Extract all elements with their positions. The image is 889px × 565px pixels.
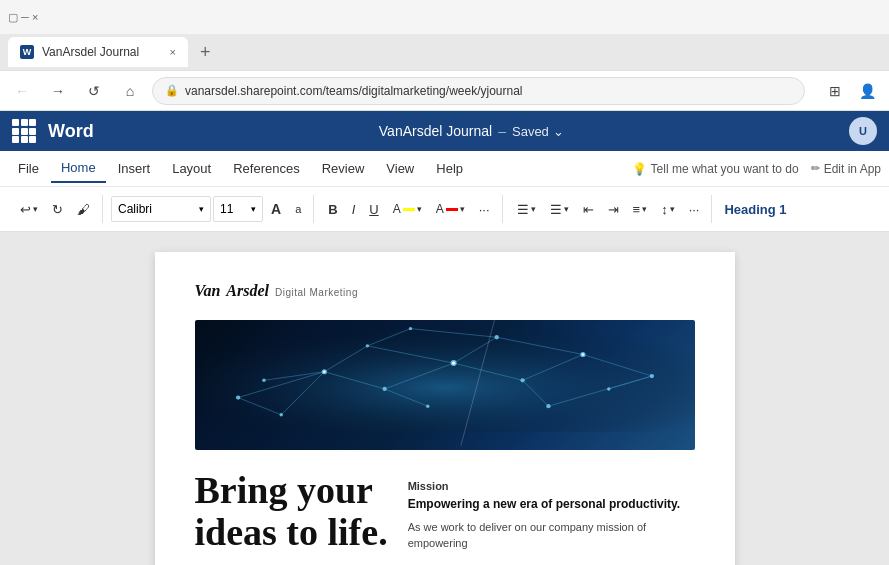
font-size-value: 11: [220, 202, 233, 216]
line-spacing-btn[interactable]: ↕ ▾: [655, 195, 681, 223]
font-size-selector[interactable]: 11 ▾: [213, 196, 263, 222]
italic-btn[interactable]: I: [346, 195, 362, 223]
browser-forward-btn[interactable]: →: [44, 77, 72, 105]
svg-point-20: [235, 395, 239, 399]
browser-tab-label: VanArsdel Journal: [42, 45, 139, 59]
office-doc-title-text: VanArsdel Journal: [379, 123, 492, 139]
ribbon-tab-references[interactable]: References: [223, 155, 309, 183]
font-name-chevron: ▾: [199, 204, 204, 214]
pencil-icon: ✏: [811, 162, 820, 175]
increase-indent-btn[interactable]: ⇥: [602, 195, 625, 223]
office-saved-badge[interactable]: Saved ⌄: [512, 124, 564, 139]
line-spacing-icon: ↕: [661, 202, 668, 217]
font-color-btn[interactable]: A ▾: [430, 195, 471, 223]
decrease-indent-btn[interactable]: ⇤: [577, 195, 600, 223]
line-spacing-chevron: ▾: [670, 204, 675, 214]
doc-content-row: Bring your ideas to life. Mission Empowe…: [195, 470, 695, 554]
address-text: vanarsdel.sharepoint.com/teams/digitalma…: [185, 84, 523, 98]
ribbon-tab-view[interactable]: View: [376, 155, 424, 183]
ribbon-tab-help[interactable]: Help: [426, 155, 473, 183]
numbering-btn[interactable]: ☰ ▾: [544, 195, 575, 223]
alignment-icon: ≡: [633, 202, 641, 217]
doc-hero-network-graphic: [195, 320, 695, 432]
font-name-selector[interactable]: Calibri ▾: [111, 196, 211, 222]
browser-address-bar[interactable]: 🔒 vanarsdel.sharepoint.com/teams/digital…: [152, 77, 805, 105]
browser-nav-bar: ← → ↺ ⌂ 🔒 vanarsdel.sharepoint.com/teams…: [0, 70, 889, 110]
ribbon-tab-review[interactable]: Review: [312, 155, 375, 183]
office-doc-title-area: VanArsdel Journal – Saved ⌄: [106, 123, 837, 139]
redo-btn[interactable]: ↻: [46, 195, 69, 223]
undo-icon: ↩: [20, 202, 31, 217]
font-size-down-btn[interactable]: a: [289, 195, 307, 223]
browser-extensions-btn[interactable]: ⊞: [821, 77, 849, 105]
browser-title-bar: ▢ ─ ×: [0, 0, 889, 34]
highlight-chevron: ▾: [417, 204, 422, 214]
browser-active-tab[interactable]: W VanArsdel Journal ×: [8, 37, 188, 67]
svg-point-35: [451, 361, 454, 364]
lightbulb-icon: 💡: [632, 162, 647, 176]
font-size-chevron: ▾: [251, 204, 256, 214]
office-user-avatar[interactable]: U: [849, 117, 877, 145]
browser-new-tab-btn[interactable]: +: [192, 42, 219, 63]
browser-home-btn[interactable]: ⌂: [116, 77, 144, 105]
more-format-icon: ···: [479, 202, 490, 217]
office-saved-chevron: ⌄: [553, 124, 564, 139]
doc-mission-label: Mission: [408, 480, 695, 492]
office-waffle-btn[interactable]: [12, 119, 36, 143]
decrease-indent-icon: ⇤: [583, 202, 594, 217]
ribbon-tab-layout[interactable]: Layout: [162, 155, 221, 183]
edit-in-app-action[interactable]: ✏ Edit in App: [811, 162, 881, 176]
numbering-icon: ☰: [550, 202, 562, 217]
svg-rect-0: [195, 320, 695, 432]
undo-btn[interactable]: ↩ ▾: [14, 195, 44, 223]
address-lock-icon: 🔒: [165, 84, 179, 97]
highlight-btn[interactable]: A ▾: [387, 195, 428, 223]
doc-big-heading-area: Bring your ideas to life.: [195, 470, 388, 554]
bullets-btn[interactable]: ☰ ▾: [511, 195, 542, 223]
highlight-color-bar: [403, 208, 415, 211]
undo-group: ↩ ▾ ↻ 🖌: [8, 195, 103, 223]
doc-heading-line1: Bring your: [195, 469, 373, 511]
ribbon: File Home Insert Layout References Revie…: [0, 151, 889, 232]
ribbon-tab-bar: File Home Insert Layout References Revie…: [0, 151, 889, 187]
svg-point-27: [365, 344, 368, 347]
svg-point-31: [546, 404, 550, 408]
heading-style-label[interactable]: Heading 1: [724, 202, 786, 217]
more-para-btn[interactable]: ···: [683, 195, 706, 223]
browser-tab-bar: W VanArsdel Journal × +: [0, 34, 889, 70]
svg-point-26: [649, 374, 653, 378]
format-group: B I U A ▾ A ▾ ···: [316, 195, 502, 223]
browser-tab-close-btn[interactable]: ×: [170, 46, 176, 58]
tell-me-label: Tell me what you want to do: [651, 162, 799, 176]
alignment-btn[interactable]: ≡ ▾: [627, 195, 654, 223]
ribbon-actions: 💡 Tell me what you want to do ✏ Edit in …: [632, 162, 881, 176]
svg-point-24: [520, 378, 524, 382]
office-saved-text: Saved: [512, 124, 549, 139]
office-doc-title-sep: –: [498, 123, 506, 139]
browser-system-controls: ▢ ─ ×: [8, 11, 38, 24]
document-page: VanArsdel Digital Marketing: [155, 252, 735, 565]
ribbon-tab-file[interactable]: File: [8, 155, 49, 183]
format-painter-btn[interactable]: 🖌: [71, 195, 96, 223]
doc-side-content: Mission Empowering a new era of personal…: [408, 470, 695, 554]
doc-heading-line2: ideas to life.: [195, 511, 388, 553]
browser-refresh-btn[interactable]: ↺: [80, 77, 108, 105]
browser-back-btn[interactable]: ←: [8, 77, 36, 105]
bold-btn[interactable]: B: [322, 195, 343, 223]
doc-logo-subtitle: Digital Marketing: [275, 287, 358, 298]
ribbon-tab-home[interactable]: Home: [51, 155, 106, 183]
font-size-down-icon: a: [295, 203, 301, 215]
format-painter-icon: 🖌: [77, 202, 90, 217]
font-color-chevron: ▾: [460, 204, 465, 214]
underline-btn[interactable]: U: [363, 195, 384, 223]
more-format-btn[interactable]: ···: [473, 195, 496, 223]
ribbon-tab-insert[interactable]: Insert: [108, 155, 161, 183]
browser-profile-btn[interactable]: 👤: [853, 77, 881, 105]
ribbon-toolbar: ↩ ▾ ↻ 🖌 Calibri ▾ 11 ▾ A a: [0, 187, 889, 231]
increase-indent-icon: ⇥: [608, 202, 619, 217]
tell-me-action[interactable]: 💡 Tell me what you want to do: [632, 162, 799, 176]
doc-logo: VanArsdel Digital Marketing: [195, 282, 695, 300]
doc-big-heading: Bring your ideas to life.: [195, 470, 388, 554]
bold-icon: B: [328, 202, 337, 217]
font-size-up-btn[interactable]: A: [265, 195, 287, 223]
